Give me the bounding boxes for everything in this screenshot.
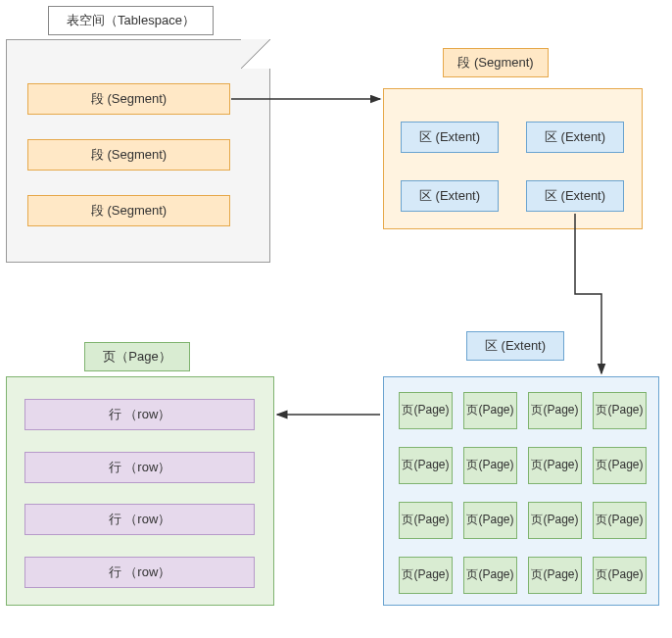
page-item: 页(Page): [593, 502, 647, 539]
tablespace-label: 表空间（Tablespace）: [48, 6, 214, 35]
extent-item: 区 (Extent): [401, 180, 499, 212]
extent-item: 区 (Extent): [526, 180, 624, 212]
diagram-canvas: 表空间（Tablespace） 段 (Segment) 段 (Segment) …: [0, 0, 672, 638]
segment-label: 段 (Segment): [443, 48, 549, 77]
page-item: 页(Page): [399, 447, 453, 484]
segment-item: 段 (Segment): [27, 83, 230, 115]
page-item: 页(Page): [463, 557, 517, 594]
page-item: 页(Page): [593, 447, 647, 484]
page-item: 页(Page): [463, 392, 517, 429]
page-item: 页(Page): [399, 557, 453, 594]
arrow-segment-to-extent: [575, 214, 601, 373]
page-item: 页(Page): [528, 557, 582, 594]
page-item: 页(Page): [399, 502, 453, 539]
page-item: 页(Page): [593, 557, 647, 594]
page-item: 页(Page): [593, 392, 647, 429]
row-item: 行 （row）: [24, 557, 255, 588]
segment-item: 段 (Segment): [27, 195, 230, 226]
page-label: 页（Page）: [84, 342, 190, 371]
row-item: 行 （row）: [24, 504, 255, 535]
page-item: 页(Page): [463, 447, 517, 484]
row-item: 行 （row）: [24, 399, 255, 430]
page-item: 页(Page): [528, 502, 582, 539]
extent-item: 区 (Extent): [526, 122, 624, 153]
extent-label: 区 (Extent): [466, 331, 564, 361]
page-item: 页(Page): [528, 447, 582, 484]
page-item: 页(Page): [528, 392, 582, 429]
extent-item: 区 (Extent): [401, 122, 499, 153]
segment-item: 段 (Segment): [27, 139, 230, 171]
page-item: 页(Page): [399, 392, 453, 429]
row-item: 行 （row）: [24, 452, 255, 483]
page-item: 页(Page): [463, 502, 517, 539]
